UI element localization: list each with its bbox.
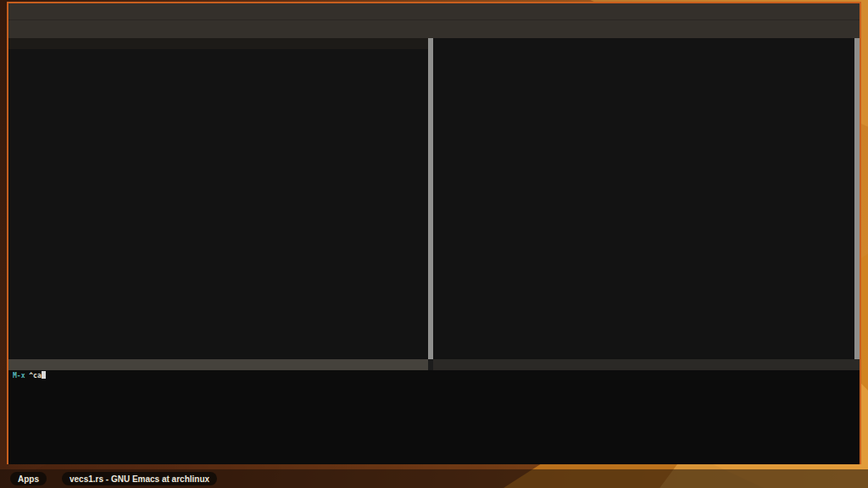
taskbar: Apps vecs1.rs - GNU Emacs at archlinux	[0, 469, 868, 488]
menu-bar	[8, 3, 860, 19]
mode-line-left[interactable]	[8, 359, 428, 370]
apps-button[interactable]: Apps	[10, 472, 47, 485]
emacs-frame: M-x ^ca	[7, 2, 861, 464]
source-window[interactable]	[8, 38, 428, 359]
taskbar-left: Apps vecs1.rs - GNU Emacs at archlinux	[10, 472, 217, 485]
minibuffer-input[interactable]: ^ca	[29, 372, 41, 380]
text-cursor	[42, 371, 46, 379]
mode-lines	[8, 359, 860, 370]
minibuffer-prompt: M-x	[13, 372, 29, 380]
minibuffer-prompt-row[interactable]: M-x ^ca	[8, 371, 860, 381]
apps-label: Apps	[18, 474, 39, 484]
tool-bar	[8, 19, 860, 38]
cargo-process-window[interactable]	[433, 38, 860, 359]
mode-line-right[interactable]	[433, 359, 860, 370]
echo-area: M-x ^ca	[8, 370, 860, 464]
right-window-scrollbar[interactable]	[854, 38, 860, 359]
desktop: { "menu_bar": {"items": ["File","Edit","…	[0, 0, 868, 488]
window-title-label: vecs1.rs - GNU Emacs at archlinux	[70, 474, 209, 484]
breadcrumb	[8, 38, 428, 49]
scrollbar-thumb[interactable]	[854, 38, 860, 359]
window-title-button[interactable]: vecs1.rs - GNU Emacs at archlinux	[62, 472, 217, 485]
windows	[8, 38, 860, 359]
